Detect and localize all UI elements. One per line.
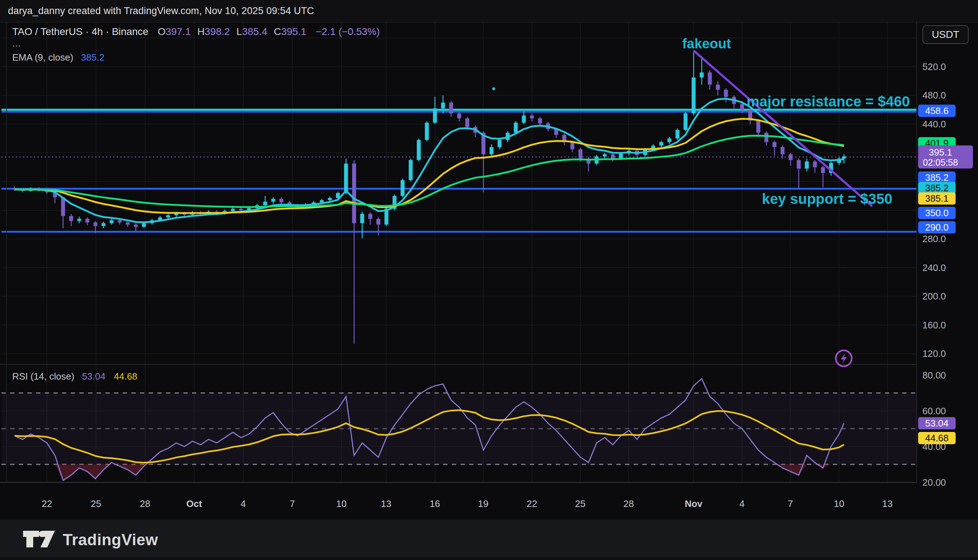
candle-body <box>522 115 526 123</box>
resistance-annotation[interactable]: major resistance = $460 <box>747 93 910 109</box>
candle-body <box>764 133 768 142</box>
candle-body <box>805 161 809 168</box>
footer-bar: TradingView <box>0 520 978 560</box>
candle-body <box>126 222 130 225</box>
price-badge-value: 395.1 <box>928 147 952 158</box>
ohlc-letter: H <box>197 26 205 37</box>
time-axis-label: Oct <box>186 498 202 509</box>
ohlc-letter: C <box>274 26 281 37</box>
price-axis-label: 440.0 <box>922 119 946 130</box>
support-annotation[interactable]: key support = $350 <box>762 191 892 207</box>
attribution-bar: darya_danny created with TradingView.com… <box>0 0 978 22</box>
rsi-value-main: 53.04 <box>82 371 105 382</box>
candle-body <box>263 202 267 205</box>
ohlc-value: 398.2 <box>205 26 230 37</box>
candle-body <box>433 108 437 123</box>
candle-body <box>716 85 720 90</box>
candle-body <box>724 90 728 97</box>
candle-body <box>603 155 606 157</box>
candle-body <box>134 225 138 227</box>
ema-legend-label: EMA (9, close) <box>12 52 73 63</box>
candle-body <box>781 147 785 155</box>
tradingview-logo-text: TradingView <box>63 531 158 549</box>
candle-body <box>683 113 688 130</box>
candle-body <box>842 157 846 159</box>
candle-body <box>756 120 760 133</box>
countdown-timer: 02:05:58 <box>923 157 958 167</box>
candle-body <box>401 180 405 196</box>
window-bottom-edge <box>0 557 978 560</box>
candle-body <box>813 161 817 167</box>
candle-body <box>425 123 429 140</box>
tradingview-logo[interactable]: TradingView <box>23 531 158 549</box>
rsi-oversold-fill <box>128 464 136 475</box>
candle-body <box>619 154 623 159</box>
ema-legend-value: 385.2 <box>81 52 104 63</box>
candle-body <box>118 220 122 223</box>
symbol-title[interactable]: TAO / TetherUS · 4h · Binance <box>12 26 148 37</box>
candle-body <box>110 220 114 223</box>
price-axis-label: 60.00 <box>922 405 946 417</box>
price-axis-label: 20.00 <box>922 477 946 488</box>
candle-body <box>571 142 575 149</box>
ohlc-letter: O <box>158 26 166 37</box>
candle-body <box>344 163 348 193</box>
candle-body <box>676 130 680 138</box>
fakeout-trendline[interactable] <box>694 51 871 206</box>
time-axis-label: 13 <box>882 498 893 509</box>
lightning-bolt-icon <box>841 353 846 363</box>
price-badge-value: 290.0 <box>925 222 948 233</box>
time-axis-label: 22 <box>527 498 537 509</box>
ohlc-values: O397.1H398.2L385.4C395.1 <box>151 26 307 37</box>
ohlc-letter: L <box>237 26 242 37</box>
time-axis-label: 16 <box>430 498 440 509</box>
price-axis-label: 200.0 <box>922 291 946 302</box>
time-axis-label: Nov <box>685 498 703 509</box>
candle-body <box>279 199 283 202</box>
price-axis-label: 240.0 <box>922 262 946 273</box>
candle-body <box>441 102 445 108</box>
candle-body <box>320 200 324 202</box>
chart-area: 520.0480.0440.0280.0240.0200.0160.0120.0… <box>0 22 978 520</box>
time-axis-label: 13 <box>381 498 392 509</box>
ohlc-value: 385.4 <box>242 26 267 37</box>
candle-body <box>360 214 364 223</box>
currency-toggle-button[interactable]: USDT <box>922 25 969 44</box>
time-axis-label: 4 <box>241 498 246 509</box>
candle-body <box>93 222 97 226</box>
candle-body <box>530 115 534 118</box>
price-badge-value: 350.0 <box>925 207 948 218</box>
candle-body <box>85 219 90 223</box>
rsi-oversold-fill <box>87 464 95 479</box>
candle-body <box>239 209 243 210</box>
candle-body <box>773 142 776 147</box>
rsi-legend-row[interactable]: RSI (14, close) 53.04 44.68 <box>12 371 138 382</box>
candle-body <box>77 219 81 221</box>
candle-body <box>611 155 615 159</box>
symbol-row[interactable]: TAO / TetherUS · 4h · Binance O397.1H398… <box>12 26 380 38</box>
candle-body <box>352 163 356 223</box>
rsi-band <box>2 393 916 464</box>
candle-body <box>102 223 105 226</box>
chart-canvas[interactable]: 520.0480.0440.0280.0240.0200.0160.0120.0… <box>0 22 978 520</box>
candle-body <box>449 102 453 113</box>
ema-group <box>15 99 844 223</box>
candle-body <box>659 142 663 146</box>
candle-body <box>740 104 744 110</box>
candle-body <box>465 118 469 127</box>
ema-legend-row[interactable]: EMA (9, close) 385.2 <box>12 52 380 63</box>
time-axis-label: 28 <box>140 498 150 509</box>
ema-fast-line <box>15 99 844 223</box>
candle-body <box>538 118 542 123</box>
fakeout-annotation[interactable]: fakeout <box>682 36 731 51</box>
ohlc-value: 397.1 <box>166 26 191 37</box>
price-axis-label: 280.0 <box>922 233 946 244</box>
more-indicators[interactable]: ... <box>12 40 380 47</box>
candles-group <box>13 52 846 344</box>
lightning-button[interactable] <box>836 350 852 366</box>
candle-body <box>700 73 704 78</box>
time-axis-label: 25 <box>575 498 586 509</box>
price-badge-value: 385.2 <box>925 172 948 183</box>
time-axis-label: 25 <box>91 498 102 509</box>
candle-body <box>788 155 793 160</box>
